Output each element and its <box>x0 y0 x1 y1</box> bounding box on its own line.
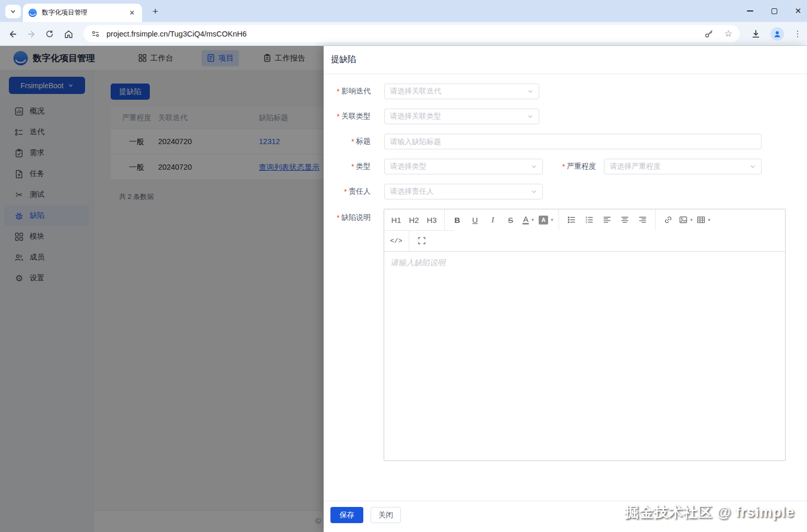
toolbar-separator <box>655 209 656 230</box>
field-row-iteration: *影响迭代 请选择关联迭代 <box>324 84 807 99</box>
chevron-down-icon <box>750 163 756 170</box>
download-icon[interactable] <box>751 29 761 39</box>
reload-icon <box>45 29 54 39</box>
defect-type-select[interactable]: 请选择类型 <box>384 159 543 174</box>
required-asterisk: * <box>337 112 339 121</box>
chevron-down-icon <box>531 188 537 195</box>
watermark-text: 掘金技术社区 @ frsimple <box>625 503 794 522</box>
browser-tabstrip: 数字化项目管理 ✕ + ✕ <box>0 0 807 22</box>
app-page: 数字化项目管理 工作台 项目 工作报告 接口 <box>0 46 807 532</box>
toolbar-row-1: H1 H2 H3 B U I S A ▾ <box>384 209 785 230</box>
ordered-list-button[interactable] <box>580 212 598 228</box>
field-label: 标题 <box>356 137 371 146</box>
window-controls: ✕ <box>745 0 803 22</box>
required-asterisk: * <box>351 137 354 146</box>
browser-actions: ⋮ <box>751 25 802 42</box>
caret-down-icon: ▾ <box>690 217 693 222</box>
relation-type-select[interactable]: 请选择关联类型 <box>384 109 539 124</box>
select-placeholder: 请选择严重程度 <box>610 162 750 171</box>
submit-defect-drawer: 提缺陷 *影响迭代 请选择关联迭代 *关联类型 请选择关联类型 <box>324 46 807 532</box>
password-key-icon[interactable] <box>704 29 714 39</box>
browser-tab[interactable]: 数字化项目管理 ✕ <box>23 4 142 22</box>
chevron-down-icon <box>10 8 16 15</box>
field-row-owner: *责任人 请选择责任人 <box>324 184 807 199</box>
heading2-button[interactable]: H2 <box>405 212 423 228</box>
align-right-icon <box>638 216 647 224</box>
select-placeholder: 请选择责任人 <box>390 187 531 196</box>
insert-image-button[interactable]: ▾ <box>677 212 695 228</box>
table-icon <box>697 216 705 224</box>
caret-down-icon: ▾ <box>708 217 710 222</box>
field-row-description: *缺陷说明 H1 H2 H3 B U I S <box>324 209 807 461</box>
bg-color-button[interactable]: A ▾ <box>537 212 555 228</box>
tab-search-button[interactable] <box>5 5 21 18</box>
window-minimize-button[interactable] <box>745 6 755 16</box>
align-left-button[interactable] <box>598 212 616 228</box>
window-close-button[interactable]: ✕ <box>793 6 803 16</box>
browser-chrome: 数字化项目管理 ✕ + ✕ <box>0 0 807 46</box>
bold-button[interactable]: B <box>448 212 466 228</box>
browser-menu-icon[interactable]: ⋮ <box>793 29 802 39</box>
url-bar-actions: ☆ <box>704 28 732 39</box>
link-icon <box>664 216 672 224</box>
severity-select[interactable]: 请选择严重程度 <box>604 159 762 174</box>
heading1-button[interactable]: H1 <box>387 212 405 228</box>
profile-avatar[interactable] <box>770 27 784 41</box>
new-tab-button[interactable]: + <box>148 5 162 19</box>
align-center-icon <box>621 216 629 224</box>
close-button[interactable]: 关闭 <box>371 507 401 523</box>
align-right-button[interactable] <box>634 212 651 228</box>
font-color-a-icon: A <box>523 216 529 224</box>
editor-toolbar: H1 H2 H3 B U I S A ▾ <box>384 209 785 252</box>
url-bar[interactable]: project.frsimple.cn/Tug3CiQ4/msCOKnH6 ☆ <box>84 25 740 42</box>
editor-content-area[interactable]: 请输入缺陷说明 <box>384 252 785 460</box>
strikethrough-button[interactable]: S <box>502 212 519 228</box>
home-icon <box>64 29 74 39</box>
browser-toolbar: project.frsimple.cn/Tug3CiQ4/msCOKnH6 ☆ <box>0 22 807 46</box>
align-center-button[interactable] <box>616 212 634 228</box>
required-asterisk: * <box>562 162 565 171</box>
italic-button[interactable]: I <box>484 212 502 228</box>
underline-button[interactable]: U <box>466 212 484 228</box>
field-label: 责任人 <box>349 187 371 196</box>
screenshot-root: 数字化项目管理 ✕ + ✕ <box>0 0 807 532</box>
tab-close-icon[interactable]: ✕ <box>127 8 137 18</box>
heading3-button[interactable]: H3 <box>423 212 441 228</box>
reload-button[interactable] <box>43 28 56 40</box>
toolbar-separator <box>559 209 559 230</box>
field-row-type-severity: *类型 请选择类型 *严重程度 请选择严重程度 <box>324 159 807 174</box>
url-text[interactable]: project.frsimple.cn/Tug3CiQ4/msCOKnH6 <box>106 30 704 38</box>
field-row-title: *标题 <box>324 134 807 149</box>
drawer-header: 提缺陷 <box>324 46 807 74</box>
iteration-select[interactable]: 请选择关联迭代 <box>384 84 539 99</box>
bg-color-a-icon: A <box>539 216 548 224</box>
back-icon <box>8 29 18 39</box>
bullet-list-button[interactable] <box>563 212 580 228</box>
field-label: 类型 <box>356 162 371 171</box>
defect-title-input[interactable] <box>384 134 762 149</box>
required-asterisk: * <box>337 214 339 222</box>
insert-link-button[interactable] <box>659 212 677 228</box>
owner-select[interactable]: 请选择责任人 <box>384 184 543 199</box>
fullscreen-button[interactable] <box>413 233 431 249</box>
toolbar-wrap-divider <box>384 230 454 231</box>
insert-table-button[interactable]: ▾ <box>695 212 713 228</box>
save-button[interactable]: 保存 <box>330 507 363 523</box>
site-favicon-icon <box>28 8 37 17</box>
window-maximize-button[interactable] <box>769 6 779 16</box>
toolbar-separator <box>444 209 445 230</box>
caret-down-icon: ▾ <box>551 217 553 222</box>
person-icon <box>773 30 781 38</box>
font-color-button[interactable]: A ▾ <box>519 212 537 228</box>
drawer-form: *影响迭代 请选择关联迭代 *关联类型 请选择关联类型 *标题 <box>324 74 807 461</box>
field-label: 缺陷说明 <box>341 213 371 222</box>
code-block-button[interactable]: </> <box>387 233 405 249</box>
back-button[interactable] <box>6 28 19 40</box>
rich-text-editor: H1 H2 H3 B U I S A ▾ <box>384 209 786 461</box>
bullet-list-icon <box>567 216 576 224</box>
forward-icon <box>27 29 37 39</box>
forward-button[interactable] <box>25 28 38 40</box>
site-info-icon <box>91 29 100 39</box>
home-button[interactable] <box>62 28 75 40</box>
bookmark-star-icon[interactable]: ☆ <box>725 28 732 39</box>
